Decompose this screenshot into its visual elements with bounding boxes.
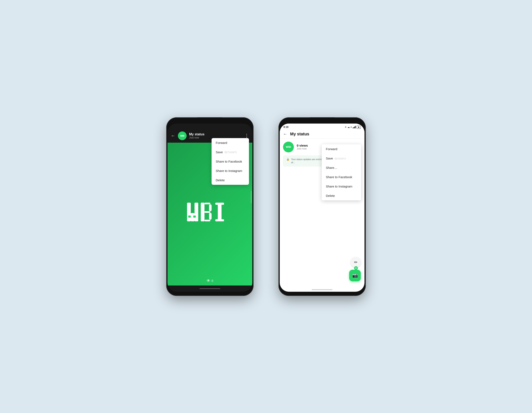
wbi-logo [187, 201, 233, 228]
light-dropdown-menu: Forward Save BETAINFO Share… Share to Fa… [322, 144, 361, 200]
status-bar: 8:19 ✈ ☁ ▾ ■ [280, 124, 364, 129]
signal-icon [353, 126, 356, 128]
share-facebook-item[interactable]: Share to Facebook [322, 172, 361, 182]
dropdown-menu: Forward Save BETAINFO Share to Facebook … [211, 138, 249, 185]
status-time: 8:19 [284, 126, 288, 128]
delete-item[interactable]: Delete [322, 191, 361, 200]
eye-bar: 👁 0 [168, 276, 252, 285]
share-item[interactable]: Share… [322, 163, 361, 172]
share-instagram-item[interactable]: Share to Instagram [322, 182, 361, 191]
forward-item[interactable]: Forward [322, 144, 361, 154]
home-indicator [312, 289, 332, 290]
svg-rect-13 [215, 219, 224, 221]
svg-rect-7 [204, 211, 210, 213]
wifi-icon: ▾ [351, 126, 352, 128]
home-indicator [200, 288, 220, 289]
pencil-icon: ✏ [354, 260, 358, 265]
phone-dark: ← WBI My status Just now ⋮ [166, 117, 254, 296]
page-title: My status [290, 132, 361, 137]
save-item[interactable]: Save BETAINFO [211, 147, 249, 157]
dark-footer [168, 285, 252, 292]
pencil-fab[interactable]: ✏ [351, 257, 361, 267]
svg-rect-3 [188, 216, 191, 218]
svg-rect-6 [204, 203, 210, 204]
camera-icon: 📷 [352, 273, 358, 278]
svg-rect-8 [204, 220, 210, 221]
svg-rect-2 [195, 203, 198, 221]
save-watermark: BETAINFO [335, 157, 346, 160]
delete-item[interactable]: Delete [211, 175, 249, 185]
save-watermark: BETAINFO [224, 151, 237, 154]
eye-count: 0 [211, 279, 213, 282]
light-header: ← My status [280, 129, 364, 139]
phone1-screen: ← WBI My status Just now ⋮ [168, 124, 252, 292]
phone-light: 8:19 ✈ ☁ ▾ ■ [278, 117, 366, 296]
status-icons: ✈ ☁ ▾ ■ [345, 126, 361, 129]
airplane-icon: ✈ [345, 126, 347, 128]
fab-area: ✏ 📷 + [349, 257, 361, 281]
phone2-screen: 8:19 ✈ ☁ ▾ ■ [280, 124, 364, 292]
back-button[interactable]: ← [283, 132, 287, 137]
eye-icon: 👁 [207, 279, 210, 283]
forward-item[interactable]: Forward [211, 138, 249, 147]
scroll-indicator [251, 191, 251, 203]
camera-fab[interactable]: 📷 + [349, 270, 361, 281]
svg-rect-11 [218, 203, 221, 221]
avatar: WBI [178, 131, 187, 140]
save-item[interactable]: Save BETAINFO [322, 154, 361, 163]
back-button[interactable]: ← [171, 133, 175, 138]
share-facebook-item[interactable]: Share to Facebook [211, 157, 249, 166]
header-title: My status [189, 132, 242, 136]
svg-rect-0 [187, 203, 191, 221]
svg-rect-10 [209, 213, 211, 220]
svg-rect-4 [193, 216, 196, 218]
lock-icon: 🔒 [286, 158, 289, 161]
cloud-icon: ☁ [347, 126, 350, 128]
svg-rect-5 [201, 203, 204, 221]
battery-icon: ■ [357, 126, 361, 129]
more-button[interactable]: ⋮ [244, 133, 249, 138]
status-avatar: WBI [283, 142, 294, 152]
svg-rect-12 [215, 203, 224, 205]
svg-rect-9 [209, 204, 211, 211]
share-instagram-item[interactable]: Share to Instagram [211, 166, 249, 175]
